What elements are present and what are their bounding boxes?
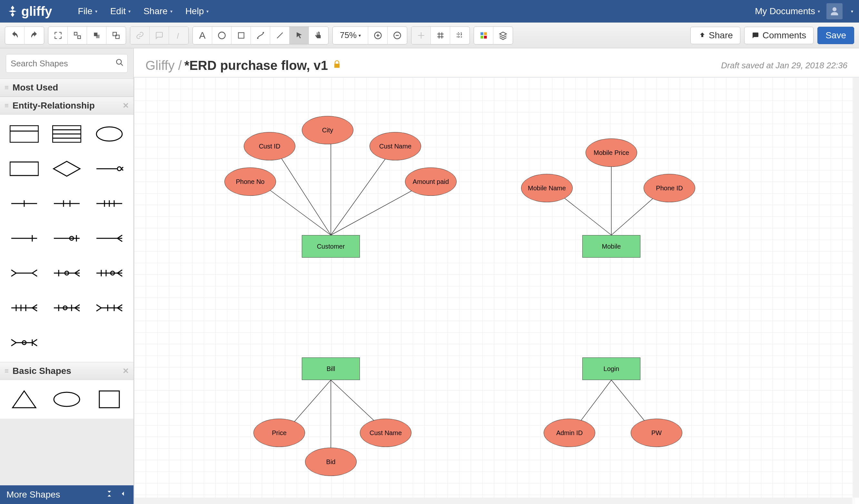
entity-customer[interactable]: Customer [302,235,360,258]
zoom-in-button[interactable] [368,27,388,44]
shape-diamond[interactable] [48,156,85,182]
svg-marker-96 [13,391,36,408]
horizontal-scrollbar[interactable] [134,498,853,504]
attr-cust-name[interactable]: Cust Name [370,132,421,160]
send-back-button[interactable] [106,27,126,44]
pointer-tool-button[interactable] [289,27,309,44]
svg-line-23 [121,63,123,66]
svg-rect-7 [238,33,244,38]
attr-cust-name-2[interactable]: Cust Name [360,419,411,447]
more-shapes-button[interactable]: More Shapes [0,485,134,504]
expand-icon[interactable] [105,489,114,500]
layers-button[interactable] [493,27,513,44]
guides-button[interactable] [450,27,469,44]
attr-pw[interactable]: PW [631,419,682,447]
shape-rel-13[interactable] [6,330,43,356]
avatar[interactable] [826,3,843,19]
line-tool-button[interactable] [270,27,289,44]
undo-button[interactable] [5,27,25,44]
fit-button[interactable] [48,27,68,44]
text-tool-button[interactable]: A [193,27,212,44]
shape-rel-9[interactable] [91,260,128,286]
zoom-level[interactable]: 75%▾ [333,27,368,44]
menu-help[interactable]: Help▾ [185,6,209,16]
shape-triangle[interactable] [6,387,43,412]
attr-phone-no[interactable]: Phone No [224,168,276,196]
connector-tool-button[interactable] [251,27,270,44]
snap-button[interactable] [411,27,431,44]
canvas[interactable]: Customer Mobile Bill Login Phone No Cust… [134,77,859,504]
shape-rel-8[interactable] [48,260,85,286]
attr-bid[interactable]: Bid [305,448,357,476]
shape-rect[interactable] [6,156,43,182]
shape-attribute[interactable] [91,121,128,147]
svg-rect-98 [99,391,119,408]
collapse-icon[interactable] [119,489,127,500]
menu-file[interactable]: File▾ [78,6,97,16]
shape-rel-1[interactable] [6,191,43,217]
chevron-down-icon: ▾ [128,9,131,14]
clear-format-button[interactable] [169,27,188,44]
attr-mobile-name[interactable]: Mobile Name [521,174,573,202]
shape-rel-7[interactable] [6,260,43,286]
shape-ellipse-basic[interactable] [48,387,85,412]
ellipse-tool-button[interactable] [212,27,231,44]
shape-rel-11[interactable] [48,295,85,321]
entity-bill[interactable]: Bill [302,358,360,380]
theme-button[interactable] [474,27,493,44]
attr-phone-id[interactable]: Phone ID [644,174,695,202]
section-basic-shapes[interactable]: ≡ Basic Shapes ✕ [0,362,134,380]
shape-rel-2[interactable] [48,191,85,217]
redo-button[interactable] [25,27,44,44]
shape-entity[interactable] [6,121,43,147]
attr-city[interactable]: City [302,116,353,144]
zoom-out-button[interactable] [388,27,407,44]
document-header: Gliffy / *ERD purchase flow, v1 Draft sa… [134,48,859,77]
breadcrumb[interactable]: Gliffy / [146,58,182,73]
attr-cust-id[interactable]: Cust ID [244,132,295,160]
comments-button[interactable]: Comments [744,27,814,44]
section-entity-relationship[interactable]: ≡ Entity-Relationship ✕ [0,97,134,115]
shape-rel-4[interactable] [6,225,43,251]
chevron-down-icon: ▾ [95,9,97,14]
shape-rel-12[interactable] [91,295,128,321]
grip-icon: ≡ [4,367,9,375]
shape-rel-10[interactable] [6,295,43,321]
close-icon[interactable]: ✕ [122,366,129,376]
svg-line-54 [11,270,16,273]
attr-admin-id[interactable]: Admin ID [544,419,595,447]
my-documents-link[interactable]: My Documents▾ [755,6,820,16]
close-icon[interactable]: ✕ [122,101,129,110]
document-title[interactable]: *ERD purchase flow, v1 [184,58,328,73]
rect-tool-button[interactable] [231,27,251,44]
menu-share[interactable]: Share▾ [144,6,172,16]
comment-tool-button[interactable] [150,27,169,44]
svg-line-10 [277,33,283,38]
shape-entity-rows[interactable] [48,121,85,147]
attr-price[interactable]: Price [254,419,305,447]
search-shapes-input[interactable] [6,54,128,73]
attr-amount-paid[interactable]: Amount paid [405,168,456,196]
chevron-down-icon[interactable]: ▾ [851,9,853,14]
svg-line-89 [11,340,16,343]
grid-button[interactable] [431,27,450,44]
group-button[interactable] [87,27,106,44]
svg-rect-18 [480,32,483,35]
shape-rel-6[interactable] [91,225,128,251]
section-most-used[interactable]: ≡ Most Used [0,79,134,97]
menu-edit[interactable]: Edit▾ [110,6,131,16]
entity-mobile[interactable]: Mobile [582,235,641,258]
share-button[interactable]: Share [690,27,740,44]
shape-rel-5[interactable] [48,225,85,251]
entity-login[interactable]: Login [582,358,641,380]
attr-mobile-price[interactable]: Mobile Price [586,139,637,167]
save-button[interactable]: Save [817,27,854,44]
shape-rel-3[interactable] [91,191,128,217]
shape-crow-one[interactable] [91,156,128,182]
vertical-scrollbar[interactable] [853,77,859,498]
shape-square[interactable] [91,387,128,412]
ungroup-button[interactable] [68,27,87,44]
svg-rect-0 [74,32,77,35]
link-button[interactable] [130,27,150,44]
pan-tool-button[interactable] [309,27,328,44]
